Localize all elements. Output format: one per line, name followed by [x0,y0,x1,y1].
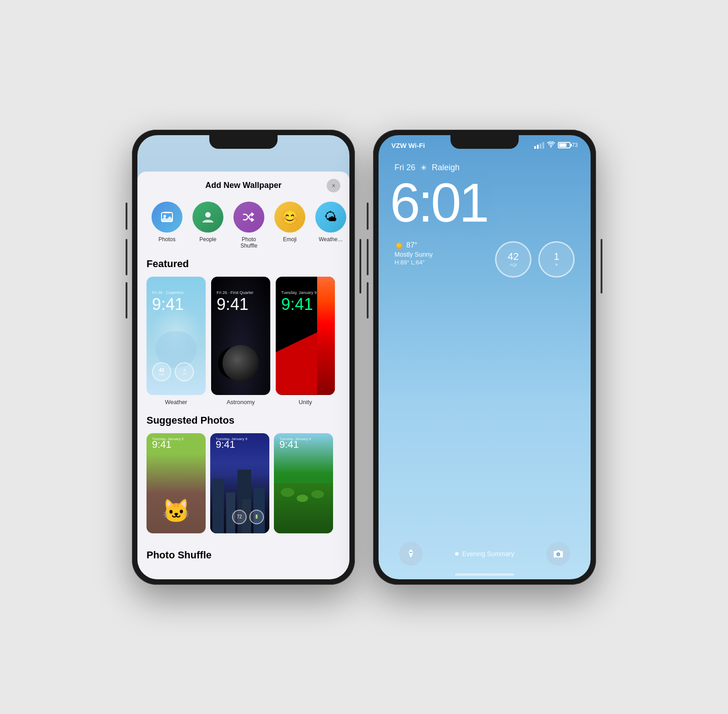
wallpaper-type-photos[interactable]: Photos [147,202,187,249]
flashlight-button[interactable] [399,542,423,566]
left-phone-bg: Add New Wallpaper × [137,135,349,579]
suggested-item-nature[interactable]: Tuesday, January 9 9:41 [274,433,333,533]
suggested-grid: Tuesday, January 9 9:41 Tuesday, January… [147,433,340,533]
nature-photo-bg: Tuesday, January 9 9:41 [274,433,333,533]
aqi-widget: 42 AQI [495,241,531,278]
notch-right [450,135,519,149]
city-time: 9:41 [216,439,235,451]
svg-point-2 [163,215,166,218]
lock-time: 6:01 [379,175,591,230]
signal-bar-2 [537,145,539,149]
sheet-header: Add New Wallpaper × [137,172,349,197]
featured-item-weather[interactable]: Fri 26 · Cupertino 9:41 [147,277,206,405]
weather-wp-overlay: Fri 26 · Cupertino 9:41 [152,290,184,313]
unity-wp-overlay: Tuesday, January 9 9:41 [281,290,317,313]
svg-point-7 [557,553,559,555]
astronomy-wp-date: Fri 26 · First Quarter [217,290,253,295]
cat-time: 9:41 [152,439,172,451]
featured-label-unity: Unity [298,399,312,405]
uv-value: 1 [554,252,559,262]
weather-temp: ☀️ 87° [394,241,488,250]
featured-item-astronomy[interactable]: Fri 26 · First Quarter 9:41 Astronomy [211,277,270,405]
suggested-item-city[interactable]: Tuesday, January 9 9:41 [210,433,269,533]
wallpaper-type-shuffle[interactable]: PhotoShuffle [228,202,269,249]
home-indicator [455,573,514,576]
emoji-label: Emoji [283,236,297,243]
suggested-item-cat[interactable]: Tuesday, January 9 9:41 [147,433,206,533]
left-phone-screen: Add New Wallpaper × [137,135,349,579]
signal-bar-1 [534,146,536,149]
battery-indicator: 73 [558,142,578,148]
photo-shuffle-section: Photo Shuffle [137,540,349,572]
lock-date-row: Fri 26 ☀ Raleigh [379,149,591,175]
featured-label-astronomy: Astronomy [227,399,255,405]
photos-label: Photos [158,236,175,243]
weather-range: H:89° L:64° [394,259,488,266]
featured-item-unity[interactable]: Tuesday, January 9 9:41 Unity [276,277,335,405]
shuffle-label: PhotoShuffle [240,236,257,249]
battery-box [558,142,571,148]
left-phone-frame: Add New Wallpaper × [132,130,355,585]
sun-icon-small: ☀️ [394,241,404,250]
sheet-title: Add New Wallpaper [205,181,281,190]
notification-dot [455,552,459,556]
weather-wp-time: 9:41 [152,296,184,313]
svg-point-4 [550,146,551,147]
lock-widgets: ☀️ 87° Mostly Sunny H:89° L:64° 42 AQI 1… [379,230,591,289]
power-button-right [601,239,602,294]
moon-graphic [222,345,259,381]
featured-section: Featured Fri 26 · Cupertino 9:41 [137,258,349,415]
phones-container: Add New Wallpaper × [132,130,596,585]
weather-label: Weathe… [318,236,343,243]
wallpaper-type-weather[interactable]: 🌤 Weathe… [310,202,349,249]
right-phone-frame: VZW Wi-Fi [373,130,596,585]
people-icon-circle [192,202,223,233]
sheet-scroll-area[interactable]: Photos People [137,197,349,573]
status-icons: 73 [534,142,578,149]
astronomy-wp-overlay: Fri 26 · First Quarter 9:41 [217,290,253,313]
weather-detail-widget: ☀️ 87° Mostly Sunny H:89° L:64° [394,241,488,266]
featured-preview-unity: Tuesday, January 9 9:41 [276,277,335,395]
notification-text: Evening Summary [462,550,514,557]
featured-title: Featured [147,258,340,270]
astronomy-wallpaper-preview: Fri 26 · First Quarter 9:41 [211,277,270,395]
suggested-title: Suggested Photos [147,415,340,426]
lock-date: Fri 26 [394,163,415,172]
wallpaper-sheet: Add New Wallpaper × [137,172,349,579]
wallpaper-type-emoji[interactable]: 😊 Emoji [269,202,310,249]
wifi-icon [547,142,555,149]
cat-photo-bg: Tuesday, January 9 9:41 [147,433,206,533]
svg-rect-5 [410,550,412,552]
aqi-value: 42 [508,252,519,262]
featured-preview-weather: Fri 26 · Cupertino 9:41 [147,277,206,395]
weather-condition: Mostly Sunny [394,251,488,258]
volume-down-button [126,282,127,319]
right-phone-screen: VZW Wi-Fi [379,135,591,579]
aqi-label: AQI [510,263,517,267]
unity-wp-time: 9:41 [281,296,317,313]
battery-percent: 73 [572,142,578,148]
wallpaper-type-people[interactable]: People [187,202,228,249]
weather-wp-date: Fri 26 · Cupertino [152,290,184,295]
uv-icon: ☀ [555,263,558,267]
signal-bars [534,142,544,149]
volume-down-button-right [367,282,369,319]
signal-bar-3 [540,143,541,149]
wallpaper-type-row: Photos People [137,197,349,258]
mute-button [126,203,127,230]
featured-preview-astronomy: Fri 26 · First Quarter 9:41 [211,277,270,395]
lock-weather-icon: ☀ [420,163,427,173]
people-label: People [199,236,216,243]
close-button[interactable]: × [327,179,340,192]
volume-up-button [126,239,127,275]
city-photo-bg: Tuesday, January 9 9:41 [210,433,269,533]
lock-city: Raleigh [432,163,460,172]
unity-wp-date: Tuesday, January 9 [281,290,317,295]
suggested-section: Suggested Photos Tuesday, January 9 9:41 [137,415,349,540]
camera-button[interactable] [546,542,570,566]
battery-fill [559,143,566,147]
photos-icon-circle [152,202,182,233]
lock-screen: VZW Wi-Fi [379,135,591,579]
uv-widget: 1 ☀ [538,241,575,278]
weather-wallpaper-preview: Fri 26 · Cupertino 9:41 [147,277,206,395]
